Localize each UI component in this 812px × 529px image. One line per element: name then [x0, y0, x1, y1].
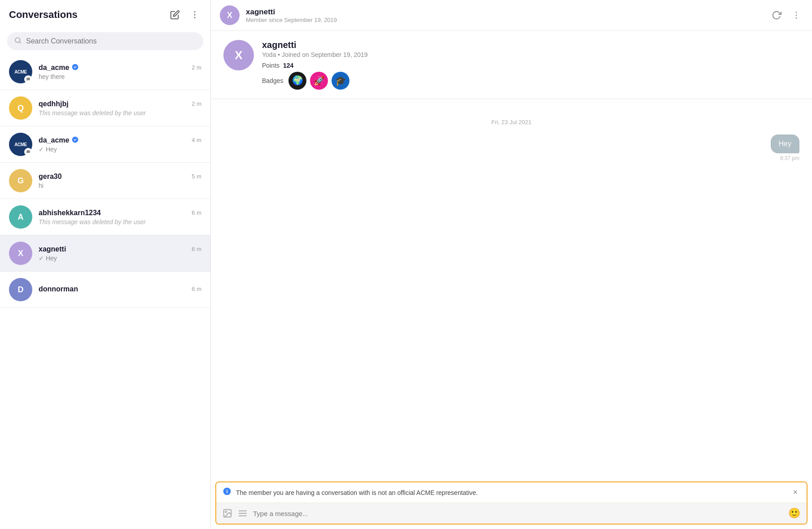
sidebar-more-button[interactable]: [188, 8, 201, 22]
svg-point-0: [194, 11, 196, 13]
svg-point-9: [796, 17, 797, 19]
list-item[interactable]: acme da_acme 2 m hey there: [0, 54, 210, 90]
badge-globe: 🌍: [288, 72, 306, 90]
chat-header-info: xagnetti Member since September 19, 2019: [246, 8, 764, 23]
conv-name: da_acme: [39, 64, 79, 72]
template-button[interactable]: [238, 508, 248, 518]
conv-name: xagnetti: [39, 245, 66, 253]
verified-icon: [72, 64, 79, 72]
svg-point-2: [194, 17, 196, 18]
chat-more-button[interactable]: [790, 9, 803, 22]
input-area: i The member you are having a conversati…: [215, 481, 808, 525]
conv-preview: hey there: [39, 73, 201, 80]
conversation-info: gera30 5 m hi: [39, 173, 201, 189]
message-time: 8:37 pm: [780, 155, 799, 161]
points-value: 124: [283, 62, 293, 69]
badges-label: Badges: [262, 77, 283, 84]
warning-bar: i The member you are having a conversati…: [216, 482, 807, 503]
conv-preview: This message was deleted by the user: [39, 218, 201, 225]
image-attachment-button[interactable]: [223, 508, 232, 518]
list-item[interactable]: G gera30 5 m hi: [0, 163, 210, 199]
svg-point-5: [72, 64, 78, 70]
conv-time: 6 m: [192, 246, 201, 252]
conversation-info: abhishekkarn1234 6 m This message was de…: [39, 209, 201, 225]
svg-point-8: [796, 15, 797, 16]
message-block: Hey 8:37 pm: [771, 134, 799, 161]
conv-preview: ✓ Hey: [39, 255, 201, 262]
svg-point-6: [72, 136, 78, 143]
verified-icon: [72, 136, 79, 144]
emoji-button[interactable]: 🙂: [788, 507, 800, 519]
input-container: i The member you are having a conversati…: [211, 481, 812, 529]
search-icon: [14, 37, 22, 46]
conv-preview: This message was deleted by the user: [39, 109, 201, 117]
profile-avatar: X: [223, 40, 254, 70]
conversation-info: da_acme 4 m ✓ Hey: [39, 136, 201, 153]
conv-time: 6 m: [192, 209, 201, 216]
sidebar-header: Conversations: [0, 0, 210, 28]
conv-time: 5 m: [192, 173, 201, 180]
conversation-info: da_acme 2 m hey there: [39, 64, 201, 80]
message-input-row: 🙂: [216, 503, 807, 524]
conv-preview: hi: [39, 182, 201, 189]
conversation-info: donnorman 6 m: [39, 285, 201, 295]
warning-close-button[interactable]: ×: [790, 487, 800, 498]
info-icon: i: [223, 487, 231, 498]
conv-preview: ✓ Hey: [39, 146, 201, 153]
conv-time: 4 m: [192, 137, 201, 143]
profile-role: Yoda • Joined on September 19, 2019: [262, 51, 799, 58]
chat-header: X xagnetti Member since September 19, 20…: [211, 0, 812, 31]
search-input[interactable]: [26, 37, 196, 45]
chat-header-sub: Member since September 19, 2019: [246, 17, 764, 23]
sidebar: Conversations: [0, 0, 211, 529]
conversation-info: qedhhjbj 2 m This message was deleted by…: [39, 100, 201, 117]
svg-point-19: [225, 511, 227, 512]
refresh-button[interactable]: [770, 9, 783, 22]
list-item[interactable]: D donnorman 6 m: [0, 272, 210, 308]
avatar: acme: [9, 133, 32, 156]
chat-header-name: xagnetti: [246, 8, 764, 17]
conv-name: abhishekkarn1234: [39, 209, 101, 217]
message-input[interactable]: [253, 510, 783, 517]
avatar: A: [9, 205, 32, 229]
svg-text:i: i: [226, 488, 227, 494]
avatar: acme: [9, 60, 32, 83]
svg-text:🚀: 🚀: [314, 75, 325, 86]
sidebar-title: Conversations: [9, 9, 78, 21]
conv-name: qedhhjbj: [39, 100, 69, 108]
chat-header-actions: [770, 9, 803, 22]
svg-point-1: [194, 14, 196, 16]
badge-rocket: 🚀: [310, 72, 328, 90]
svg-text:🎓: 🎓: [335, 75, 346, 86]
message-bubble: Hey: [771, 134, 799, 153]
profile-name: xagnetti: [262, 40, 799, 50]
avatar: X: [9, 242, 32, 265]
badge-graduation: 🎓: [332, 72, 349, 90]
avatar: D: [9, 278, 32, 301]
svg-text:🌍: 🌍: [292, 75, 303, 86]
conversation-list: acme da_acme 2 m hey there: [0, 54, 210, 529]
conv-name: da_acme: [39, 136, 79, 144]
date-divider: Fri, 23 Jul 2021: [223, 119, 799, 126]
conv-name: donnorman: [39, 285, 78, 293]
points-label: Points: [262, 62, 279, 69]
compose-button[interactable]: [168, 8, 182, 22]
list-item[interactable]: Q qedhhjbj 2 m This message was deleted …: [0, 90, 210, 126]
list-item[interactable]: acme da_acme 4 m ✓ Hey: [0, 126, 210, 163]
list-item[interactable]: A abhishekkarn1234 6 m This message was …: [0, 199, 210, 235]
profile-card: X xagnetti Yoda • Joined on September 19…: [211, 31, 812, 99]
conv-time: 2 m: [192, 100, 201, 107]
avatar: G: [9, 169, 32, 192]
conversation-info: xagnetti 6 m ✓ Hey: [39, 245, 201, 262]
badges-row: Badges 🌍 🚀 🎓: [262, 72, 799, 90]
avatar: Q: [9, 96, 32, 120]
messages-area: Fri, 23 Jul 2021 Hey 8:37 pm: [211, 99, 812, 481]
svg-line-4: [19, 42, 21, 43]
conv-name: gera30: [39, 173, 62, 181]
list-item[interactable]: X xagnetti 6 m ✓ Hey: [0, 235, 210, 272]
conv-time: 6 m: [192, 286, 201, 292]
search-bar[interactable]: [7, 32, 203, 50]
profile-points-row: Points 124: [262, 62, 799, 69]
chat-header-avatar: X: [220, 5, 240, 25]
message-row: Hey 8:37 pm: [223, 134, 799, 161]
